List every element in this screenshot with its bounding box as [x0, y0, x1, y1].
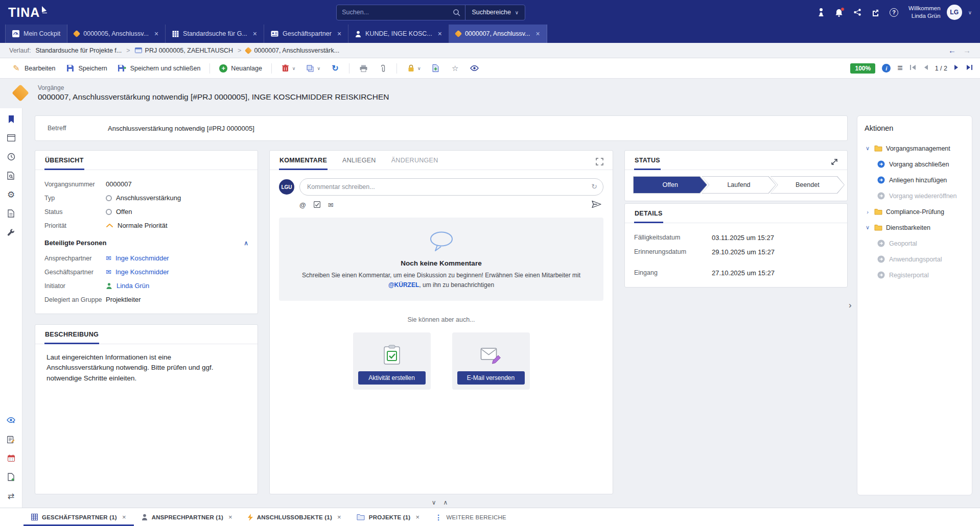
lock-button[interactable]: ∨	[402, 61, 426, 76]
tab-vorgang-0000007[interactable]: 0000007, Anschlussv... ×	[449, 25, 547, 43]
tab-kommentare[interactable]: KOMMENTARE	[279, 157, 328, 170]
tab-geschaeftspartner[interactable]: Geschäftspartner ×	[264, 25, 348, 43]
tab-standardsuche[interactable]: Standardsuche für G... ×	[166, 25, 264, 43]
expander-icon[interactable]: ∨	[865, 145, 871, 152]
tab-anliegen[interactable]: ANLIEGEN	[342, 157, 377, 170]
close-icon[interactable]: ×	[536, 30, 540, 38]
beteiligte-personen-section[interactable]: Beteiligte Personen ∧	[44, 239, 248, 247]
create-activity-button[interactable]: Aktivität erstellen	[358, 371, 426, 385]
tab-aenderungen[interactable]: ÄNDERUNGEN	[391, 157, 439, 170]
mention-at-icon[interactable]: @	[299, 201, 306, 209]
status-tab[interactable]: STATUS	[634, 157, 661, 170]
info-icon[interactable]: i	[882, 64, 891, 73]
tab-vorgang-0000005[interactable]: 0000005, Anschlussv... ×	[67, 25, 166, 43]
breadcrumb-item-1[interactable]: Standardsuche für Projekte f...	[35, 47, 122, 54]
tree-node-compliance-pruefung[interactable]: › Compliance-Prüfung	[865, 204, 965, 220]
close-icon[interactable]: ×	[337, 30, 341, 38]
tab-kunde-inge[interactable]: KUNDE, INGE KOSC... ×	[348, 25, 449, 43]
search-input[interactable]	[337, 9, 453, 16]
search-icon[interactable]	[453, 9, 465, 16]
transfer-swap-icon[interactable]: ⇄	[6, 490, 17, 501]
betreff-value[interactable]: Anschlussverstärkung notwendig [#PRJ 000…	[108, 125, 254, 132]
comment-input[interactable]	[299, 178, 603, 196]
documents-icon[interactable]	[6, 208, 17, 219]
collapse-chevron-icon[interactable]: ∧	[244, 240, 248, 247]
settings-gear-icon[interactable]: ⚙	[6, 189, 17, 200]
expander-icon[interactable]: ∨	[865, 224, 871, 231]
last-page-icon[interactable]	[966, 64, 973, 72]
windows-icon[interactable]	[6, 132, 17, 144]
close-icon[interactable]: ×	[337, 513, 341, 521]
save-and-close-button[interactable]: Speichern und schließen	[113, 61, 205, 76]
bottom-tab-ansprechpartner[interactable]: ANSPRECHPARTNER (1) ×	[134, 508, 240, 526]
delete-button[interactable]: ∨	[276, 61, 300, 76]
person-link[interactable]: Linda Grün	[116, 282, 149, 290]
edit-button[interactable]: ✎ Bearbeiten	[7, 61, 60, 76]
status-step-offen[interactable]: Offen	[633, 176, 707, 194]
close-icon[interactable]: ×	[122, 513, 126, 521]
details-tab[interactable]: DETAILS	[634, 210, 663, 223]
breadcrumb-item-3[interactable]: 0000007, Anschlussverstärk...	[246, 47, 339, 54]
bookmarks-icon[interactable]	[6, 113, 17, 125]
bottom-tab-anschlussobjekte[interactable]: ANSCHLUSSOBJEKTE (1) ×	[240, 508, 349, 526]
user-menu-chevron-icon[interactable]: ∨	[968, 10, 972, 15]
assistant-icon[interactable]	[818, 8, 825, 17]
fullscreen-icon[interactable]	[596, 158, 603, 170]
radio-icon[interactable]	[106, 209, 112, 215]
send-email-button[interactable]: E-Mail versenden	[457, 371, 525, 385]
calendar-icon[interactable]	[6, 452, 17, 464]
bottom-tab-weitere-bereiche[interactable]: ⋮ WEITERE BEREICHE	[427, 508, 514, 526]
status-step-beendet[interactable]: Beendet	[771, 176, 845, 194]
action-vorgang-abschliessen[interactable]: Vorgang abschließen	[877, 156, 965, 172]
menu-icon[interactable]: ≡	[897, 63, 903, 74]
close-icon[interactable]: ×	[228, 513, 232, 521]
actions-collapse-handle[interactable]: ›	[849, 300, 852, 310]
collapse-down-icon[interactable]: ∨	[432, 499, 436, 506]
zoom-badge[interactable]: 100%	[850, 63, 875, 74]
close-icon[interactable]: ×	[253, 30, 257, 38]
document-search-icon[interactable]	[6, 170, 17, 181]
save-button[interactable]: Speichern	[61, 61, 111, 76]
action-anliegen-hinzufuegen[interactable]: Anliegen hinzufügen	[877, 172, 965, 188]
history-back-icon[interactable]: ←	[948, 46, 956, 55]
app-logo[interactable]: TINA	[8, 5, 48, 20]
close-icon[interactable]: ×	[438, 30, 442, 38]
close-icon[interactable]: ×	[154, 30, 158, 38]
user-avatar[interactable]: LG	[947, 5, 962, 20]
tab-mein-cockpit[interactable]: Mein Cockpit	[5, 25, 67, 43]
history-forward-icon[interactable]: →	[963, 46, 971, 55]
duplicate-button[interactable]: ∨	[301, 61, 325, 76]
bottom-tab-projekte[interactable]: PROJEKTE (1) ×	[349, 508, 427, 526]
tree-node-vorgangsmanagement[interactable]: ∨ Vorgangsmanagement	[865, 140, 965, 156]
add-document-button[interactable]	[427, 61, 445, 76]
favorite-button[interactable]: ☆	[446, 61, 464, 76]
person-link[interactable]: Inge Koschmidder	[115, 268, 169, 276]
attachment-button[interactable]	[374, 61, 392, 76]
print-button[interactable]	[354, 61, 372, 76]
status-step-laufend[interactable]: Laufend	[702, 176, 776, 194]
close-icon[interactable]: ×	[415, 513, 419, 521]
notes-icon[interactable]	[6, 434, 17, 445]
tree-node-dienstbarkeiten[interactable]: ∨ Dienstbarkeiten	[865, 220, 965, 235]
search-scope-dropdown[interactable]: Suchbereiche ∨	[465, 9, 525, 16]
task-checkbox-icon[interactable]	[314, 201, 320, 209]
tools-wrench-icon[interactable]	[6, 227, 17, 238]
history-icon[interactable]	[6, 151, 17, 162]
radio-icon[interactable]	[106, 195, 112, 201]
previous-page-icon[interactable]	[923, 64, 928, 72]
uebersicht-tab[interactable]: ÜBERSICHT	[44, 157, 84, 170]
expand-diagonal-icon[interactable]	[831, 158, 838, 170]
person-link[interactable]: Inge Koschmidder	[115, 254, 169, 262]
beschreibung-tab[interactable]: BESCHREIBUNG	[44, 331, 99, 344]
new-record-button[interactable]: + Neuanlage	[215, 62, 266, 75]
collapse-up-icon[interactable]: ∧	[444, 499, 448, 506]
help-icon[interactable]: ?	[890, 8, 898, 17]
send-icon[interactable]	[591, 200, 601, 210]
refresh-button[interactable]: ↻	[326, 61, 344, 76]
refresh-icon[interactable]: ↻	[591, 182, 597, 190]
first-page-icon[interactable]	[909, 64, 917, 72]
share-icon[interactable]	[853, 8, 861, 16]
open-external-icon[interactable]	[872, 9, 879, 16]
bottom-tab-geschaeftspartner[interactable]: GESCHÄFTSPARTNER (1) ×	[24, 508, 134, 526]
next-page-icon[interactable]	[954, 64, 959, 72]
